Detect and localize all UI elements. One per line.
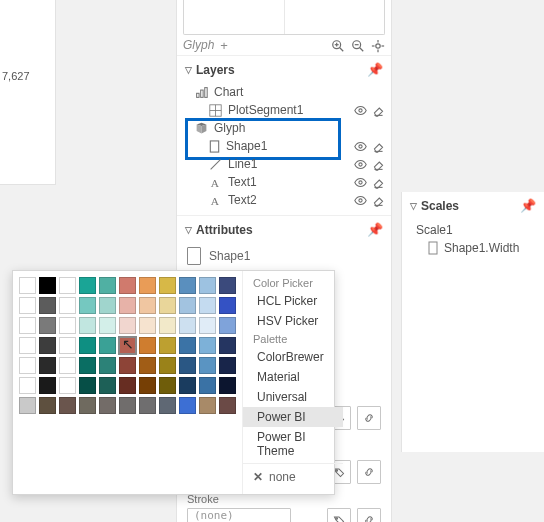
palette-swatch[interactable]	[179, 397, 196, 414]
palette-swatch[interactable]	[59, 377, 76, 394]
palette-swatch[interactable]	[59, 297, 76, 314]
palette-swatch[interactable]	[199, 277, 216, 294]
palette-swatch[interactable]	[79, 317, 96, 334]
palette-swatch[interactable]	[219, 337, 236, 354]
menu-hsv-picker[interactable]: HSV Picker	[243, 311, 343, 331]
palette-swatch[interactable]	[219, 297, 236, 314]
palette-swatch[interactable]	[199, 317, 216, 334]
palette-swatch[interactable]	[179, 297, 196, 314]
palette-swatch[interactable]	[219, 397, 236, 414]
menu-power-bi[interactable]: Power BI	[243, 407, 343, 427]
palette-swatch[interactable]	[59, 357, 76, 374]
palette-swatch[interactable]	[39, 337, 56, 354]
palette-swatch[interactable]	[159, 337, 176, 354]
stroke-input[interactable]: (none)	[187, 508, 291, 522]
palette-swatch[interactable]	[119, 317, 136, 334]
palette-swatch[interactable]	[59, 317, 76, 334]
palette-swatch[interactable]	[179, 317, 196, 334]
stroke-link-button[interactable]	[357, 508, 381, 522]
palette-swatch[interactable]	[39, 377, 56, 394]
palette-swatch[interactable]	[159, 397, 176, 414]
pin-icon[interactable]: 📌	[520, 198, 536, 213]
palette-swatch[interactable]	[139, 357, 156, 374]
palette-swatch[interactable]	[139, 297, 156, 314]
zoom-out-icon[interactable]	[351, 39, 365, 53]
palette-swatch[interactable]	[139, 337, 156, 354]
layer-item-glyph[interactable]: Glyph	[195, 119, 387, 137]
menu-none[interactable]: ✕ none	[243, 463, 343, 490]
scales-header[interactable]: ▽ Scales 📌	[402, 192, 544, 219]
menu-hcl-picker[interactable]: HCL Picker	[243, 291, 343, 311]
palette-swatch[interactable]	[199, 397, 216, 414]
palette-swatch[interactable]	[119, 337, 136, 354]
palette-swatch[interactable]	[19, 397, 36, 414]
palette-swatch[interactable]	[159, 377, 176, 394]
attributes-header[interactable]: ▽ Attributes 📌	[177, 216, 391, 243]
palette-swatch[interactable]	[179, 357, 196, 374]
palette-swatch[interactable]	[199, 337, 216, 354]
palette-swatch[interactable]	[139, 397, 156, 414]
palette-swatch[interactable]	[59, 397, 76, 414]
palette-swatch[interactable]	[179, 277, 196, 294]
menu-universal[interactable]: Universal	[243, 387, 343, 407]
layers-header[interactable]: ▽ Layers 📌	[177, 56, 391, 83]
palette-swatch[interactable]	[19, 357, 36, 374]
palette-swatch[interactable]	[119, 357, 136, 374]
zoom-in-icon[interactable]	[331, 39, 345, 53]
pin-icon[interactable]: 📌	[367, 62, 383, 77]
stroke-tag-button[interactable]	[327, 508, 351, 522]
add-glyph-button[interactable]: +	[220, 39, 228, 52]
palette-swatch[interactable]	[219, 377, 236, 394]
palette-swatch[interactable]	[199, 297, 216, 314]
fit-view-icon[interactable]	[371, 39, 385, 53]
palette-swatch[interactable]	[159, 297, 176, 314]
layer-item-chart[interactable]: Chart	[195, 83, 387, 101]
palette-swatch[interactable]	[159, 357, 176, 374]
palette-swatch[interactable]	[219, 317, 236, 334]
palette-swatch[interactable]	[139, 377, 156, 394]
palette-swatch[interactable]	[19, 317, 36, 334]
palette-swatch[interactable]	[79, 277, 96, 294]
palette-swatch[interactable]	[19, 297, 36, 314]
link-button[interactable]	[357, 406, 381, 430]
palette-swatch[interactable]	[219, 357, 236, 374]
menu-colorbrewer[interactable]: ColorBrewer	[243, 347, 343, 367]
palette-swatch[interactable]	[99, 397, 116, 414]
layer-item-line1[interactable]: Line1	[195, 155, 387, 173]
palette-swatch[interactable]	[19, 337, 36, 354]
palette-swatch[interactable]	[79, 397, 96, 414]
palette-swatch[interactable]	[199, 357, 216, 374]
palette-swatch[interactable]	[159, 277, 176, 294]
palette-swatch[interactable]	[79, 377, 96, 394]
palette-swatch[interactable]	[179, 337, 196, 354]
pin-icon[interactable]: 📌	[367, 222, 383, 237]
glyph-tab-label[interactable]: Glyph	[183, 38, 214, 52]
scale-item[interactable]: Scale1	[416, 221, 536, 239]
layer-item-text1[interactable]: AText1	[195, 173, 387, 191]
palette-swatch[interactable]	[99, 297, 116, 314]
palette-swatch[interactable]	[39, 357, 56, 374]
palette-swatch[interactable]	[39, 397, 56, 414]
palette-swatch[interactable]	[119, 297, 136, 314]
palette-swatch[interactable]	[99, 337, 116, 354]
palette-swatch[interactable]	[59, 337, 76, 354]
menu-material[interactable]: Material	[243, 367, 343, 387]
palette-swatch[interactable]	[139, 277, 156, 294]
palette-swatch[interactable]	[119, 277, 136, 294]
palette-swatch[interactable]	[119, 397, 136, 414]
palette-swatch[interactable]	[219, 277, 236, 294]
palette-swatch[interactable]	[79, 337, 96, 354]
layer-item-plotsegment1[interactable]: PlotSegment1	[195, 101, 387, 119]
palette-swatch[interactable]	[179, 377, 196, 394]
menu-power-bi-theme[interactable]: Power BI Theme	[243, 427, 343, 461]
palette-swatch[interactable]	[99, 377, 116, 394]
palette-swatch[interactable]	[79, 297, 96, 314]
palette-swatch[interactable]	[79, 357, 96, 374]
palette-swatch[interactable]	[119, 377, 136, 394]
palette-swatch[interactable]	[19, 377, 36, 394]
palette-swatch[interactable]	[99, 277, 116, 294]
palette-swatch[interactable]	[19, 277, 36, 294]
layer-item-shape1[interactable]: Shape1	[195, 137, 387, 155]
palette-swatch[interactable]	[39, 297, 56, 314]
palette-swatch[interactable]	[39, 277, 56, 294]
